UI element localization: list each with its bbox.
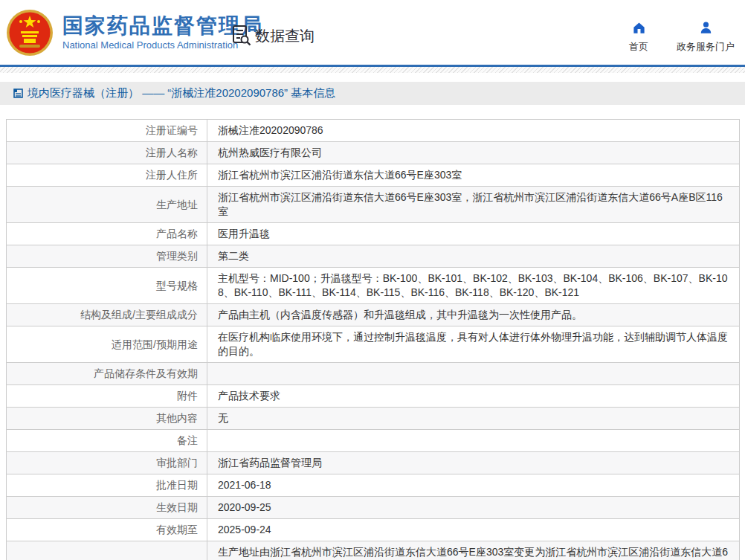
field-value: 在医疗机构临床使用环境下，通过控制升温毯温度，具有对人体进行体外物理升温功能，达…	[207, 326, 740, 363]
field-value: 浙江省杭州市滨江区浦沿街道东信大道66号E座303室	[207, 164, 740, 187]
field-value: 2021-06-18	[207, 474, 740, 497]
field-label: 备注	[7, 430, 207, 452]
field-label: 管理类别	[7, 245, 207, 268]
field-value	[207, 363, 740, 385]
table-row: 型号规格 主机型号：MID-100；升温毯型号：BK-100、BK-101、BK…	[7, 268, 740, 304]
table-row: 注册证编号 浙械注准20202090786	[7, 120, 740, 142]
section-title: 数据查询	[255, 26, 315, 46]
table-row: 审批部门 浙江省药品监督管理局	[7, 452, 740, 474]
table-row: 管理类别 第二类	[7, 245, 740, 268]
field-value: 浙江省药品监督管理局	[207, 452, 740, 474]
nav-label: 首页	[629, 40, 648, 54]
field-label: 变更情况	[7, 541, 207, 560]
table-row: 批准日期 2021-06-18	[7, 474, 740, 497]
field-value: 医用升温毯	[207, 223, 740, 245]
field-value: 产品由主机（内含温度传感器）和升温毯组成，其中升温毯为一次性使用产品。	[207, 304, 740, 326]
field-value: 第二类	[207, 245, 740, 268]
table-row: 产品名称 医用升温毯	[7, 223, 740, 245]
field-label: 产品储存条件及有效期	[7, 363, 207, 385]
user-icon	[699, 21, 713, 35]
field-value: 2020-09-25	[207, 497, 740, 519]
field-value: 杭州热威医疗有限公司	[207, 142, 740, 164]
nav-item-home[interactable]: 首页	[629, 21, 648, 54]
table-row: 生效日期 2020-09-25	[7, 497, 740, 519]
field-label: 生效日期	[7, 497, 207, 519]
table-row: 有效期至 2025-09-24	[7, 519, 740, 541]
page-title-bar: 境内医疗器械（注册） —— “浙械注准20202090786” 基本信息	[0, 82, 745, 105]
national-emblem-icon	[6, 9, 54, 57]
table-row: 备注	[7, 430, 740, 452]
field-label: 结构及组成/主要组成成分	[7, 304, 207, 326]
field-label: 型号规格	[7, 268, 207, 304]
field-value: 生产地址由浙江省杭州市滨江区浦沿街道东信大道66号E座303室变更为浙江省杭州市…	[207, 541, 740, 560]
site-header: 国家药品监督管理局 National Medical Products Admi…	[0, 0, 745, 67]
field-label: 注册人住所	[7, 164, 207, 187]
document-search-icon	[232, 25, 252, 47]
nav-label: 政务服务门户	[677, 40, 735, 54]
nav-item-portal[interactable]: 政务服务门户	[677, 21, 735, 54]
registration-detail-table: 注册证编号 浙械注准20202090786 注册人名称 杭州热威医疗有限公司 注…	[6, 119, 740, 560]
table-row: 适用范围/预期用途 在医疗机构临床使用环境下，通过控制升温毯温度，具有对人体进行…	[7, 326, 740, 363]
table-row: 结构及组成/主要组成成分 产品由主机（内含温度传感器）和升温毯组成，其中升温毯为…	[7, 304, 740, 326]
table-row: 附件 产品技术要求	[7, 385, 740, 408]
hatch-divider	[0, 67, 745, 73]
list-icon	[13, 88, 23, 98]
table-row: 变更情况 生产地址由浙江省杭州市滨江区浦沿街道东信大道66号E座303室变更为浙…	[7, 541, 740, 560]
field-value: 无	[207, 408, 740, 430]
data-query-entry[interactable]: 数据查询	[232, 25, 315, 47]
field-label: 审批部门	[7, 452, 207, 474]
field-value: 浙江省杭州市滨江区浦沿街道东信大道66号E座303室，浙江省杭州市滨江区浦沿街道…	[207, 187, 740, 223]
table-row: 注册人住所 浙江省杭州市滨江区浦沿街道东信大道66号E座303室	[7, 164, 740, 187]
field-label: 注册证编号	[7, 120, 207, 142]
field-value: 主机型号：MID-100；升温毯型号：BK-100、BK-101、BK-102、…	[207, 268, 740, 304]
table-row: 其他内容 无	[7, 408, 740, 430]
field-label: 注册人名称	[7, 142, 207, 164]
field-value: 产品技术要求	[207, 385, 740, 408]
field-value	[207, 430, 740, 452]
page-title: 境内医疗器械（注册） —— “浙械注准20202090786” 基本信息	[28, 86, 335, 100]
field-label: 产品名称	[7, 223, 207, 245]
field-label: 适用范围/预期用途	[7, 326, 207, 363]
top-nav: 首页 政务服务门户	[629, 21, 735, 54]
table-row: 产品储存条件及有效期	[7, 363, 740, 385]
field-label: 生产地址	[7, 187, 207, 223]
field-label: 批准日期	[7, 474, 207, 497]
field-label: 有效期至	[7, 519, 207, 541]
home-icon	[632, 21, 646, 35]
field-label: 其他内容	[7, 408, 207, 430]
site-logo[interactable]: 国家药品监督管理局 National Medical Products Admi…	[6, 9, 263, 57]
table-row: 生产地址 浙江省杭州市滨江区浦沿街道东信大道66号E座303室，浙江省杭州市滨江…	[7, 187, 740, 223]
field-value: 浙械注准20202090786	[207, 120, 740, 142]
field-value: 2025-09-24	[207, 519, 740, 541]
field-label: 附件	[7, 385, 207, 408]
table-row: 注册人名称 杭州热威医疗有限公司	[7, 142, 740, 164]
